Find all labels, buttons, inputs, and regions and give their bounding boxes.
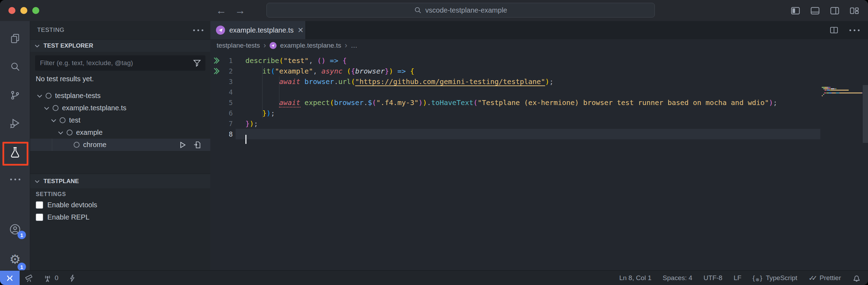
chevron-down-icon bbox=[34, 178, 41, 185]
enable-devtools-checkbox[interactable] bbox=[36, 201, 43, 209]
source-control-icon[interactable] bbox=[0, 85, 30, 106]
chevron-down-icon[interactable] bbox=[35, 92, 44, 100]
ports-count: 0 bbox=[55, 274, 59, 282]
test-tree: testplane-testsexample.testplane.tsteste… bbox=[30, 90, 210, 151]
notifications-bell-icon[interactable] bbox=[852, 274, 861, 283]
settings-group-label: SETTINGS bbox=[36, 191, 66, 197]
code-line-1[interactable]: 1describe("test", () => { bbox=[210, 55, 868, 66]
search-sidebar-icon[interactable] bbox=[0, 56, 30, 77]
remote-indicator[interactable] bbox=[0, 271, 20, 285]
breadcrumb-item-testplane-tests[interactable]: testplane-tests bbox=[217, 42, 260, 49]
split-editor-icon[interactable] bbox=[829, 25, 839, 35]
code-line-4[interactable]: 4 bbox=[210, 87, 868, 97]
command-center-label: vscode-testplane-example bbox=[425, 6, 507, 14]
title-bar: ← → vscode-testplane-example bbox=[0, 0, 868, 21]
run-test-gutter-button[interactable] bbox=[210, 67, 222, 75]
cursor-position-status[interactable]: Ln 8, Col 1 bbox=[619, 274, 651, 282]
breadcrumb-separator-icon: › bbox=[345, 41, 347, 50]
minimize-window-button[interactable] bbox=[20, 7, 27, 14]
testplane-section-header[interactable]: TESTPLANE bbox=[30, 174, 210, 188]
explorer-icon[interactable] bbox=[0, 28, 30, 49]
tab-example-testplane-ts[interactable]: example.testplane.ts × bbox=[210, 21, 306, 39]
accounts-icon[interactable]: 1 bbox=[0, 219, 30, 240]
filter-funnel-icon[interactable] bbox=[193, 59, 201, 67]
enable-devtools-label: Enable devtools bbox=[47, 201, 97, 209]
test-filter-input[interactable] bbox=[35, 59, 193, 67]
code-line-6[interactable]: 6 }); bbox=[210, 108, 868, 118]
go-to-test-action-icon[interactable] bbox=[193, 141, 201, 149]
vertical-scrollbar[interactable] bbox=[863, 85, 868, 143]
toggle-secondary-sidebar-icon[interactable] bbox=[829, 5, 840, 16]
navigate-back-icon[interactable]: ← bbox=[216, 5, 226, 16]
minimap[interactable] bbox=[822, 87, 862, 98]
telescope-icon[interactable] bbox=[25, 274, 33, 283]
remote-icon bbox=[5, 273, 14, 283]
search-icon bbox=[414, 6, 422, 14]
line-number: 5 bbox=[222, 99, 233, 106]
language-mode-status[interactable]: {⊗} TypeScript bbox=[753, 274, 797, 282]
close-tab-icon[interactable]: × bbox=[298, 26, 303, 35]
command-center[interactable]: vscode-testplane-example bbox=[266, 3, 655, 18]
tree-item-label: example bbox=[76, 128, 103, 137]
close-window-button[interactable] bbox=[8, 7, 15, 14]
code-line-2[interactable]: 2 it("example", async ({browser}) => { bbox=[210, 66, 868, 76]
line-number: 1 bbox=[222, 57, 233, 64]
window-controls bbox=[8, 7, 39, 14]
indentation-status[interactable]: Spaces: 4 bbox=[663, 274, 692, 282]
run-and-debug-icon[interactable] bbox=[0, 113, 30, 134]
tree-item-chrome[interactable]: chrome bbox=[30, 139, 210, 151]
zap-icon[interactable] bbox=[68, 274, 76, 282]
code-line-8[interactable]: 8 bbox=[210, 129, 868, 139]
toggle-primary-sidebar-icon[interactable] bbox=[790, 5, 801, 16]
accounts-badge: 1 bbox=[18, 231, 26, 239]
tree-item-example[interactable]: example bbox=[30, 126, 210, 139]
sidebar-title: TESTING bbox=[37, 27, 65, 34]
test-state-circle-icon bbox=[60, 117, 66, 123]
test-explorer-section-header[interactable]: TEST EXPLORER bbox=[30, 39, 210, 52]
tree-indent-guide bbox=[52, 139, 52, 151]
customize-layout-icon[interactable] bbox=[849, 5, 860, 16]
line-number: 6 bbox=[222, 109, 233, 117]
eol-status[interactable]: LF bbox=[734, 274, 741, 282]
tree-item-label: chrome bbox=[83, 141, 107, 149]
code-line-3[interactable]: 3 await browser.url("https://github.com/… bbox=[210, 76, 868, 87]
tree-item-label: test bbox=[69, 116, 80, 124]
chevron-down-icon[interactable] bbox=[42, 104, 51, 112]
maximize-window-button[interactable] bbox=[32, 7, 39, 14]
run-test-action-icon[interactable] bbox=[179, 141, 187, 149]
no-test-results-message: No test results yet. bbox=[36, 75, 94, 83]
editor-more-actions-icon[interactable] bbox=[849, 29, 860, 31]
line-number: 7 bbox=[222, 120, 233, 127]
chevron-down-icon[interactable] bbox=[56, 129, 65, 137]
enable-repl-checkbox[interactable] bbox=[36, 214, 43, 221]
code-editor[interactable]: 1describe("test", () => {2 it("example",… bbox=[210, 52, 868, 270]
testplane-logo-icon bbox=[216, 26, 225, 35]
views-more-actions-icon[interactable] bbox=[193, 29, 203, 31]
testing-sidebar: TESTING TEST EXPLORER No test results ye… bbox=[30, 21, 210, 270]
test-explorer-section-label: TEST EXPLORER bbox=[43, 42, 93, 49]
settings-gear-icon[interactable]: ⚙ 1 bbox=[0, 249, 30, 270]
test-state-circle-icon bbox=[67, 130, 73, 135]
test-state-circle-icon bbox=[53, 105, 59, 111]
code-line-5[interactable]: 5 await expect(browser.$(".f4.my-3")).to… bbox=[210, 97, 868, 108]
tree-item-testplane-tests[interactable]: testplane-tests bbox=[30, 90, 210, 102]
breadcrumb-item--[interactable]: … bbox=[351, 42, 358, 49]
tree-item-example-testplane-ts[interactable]: example.testplane.ts bbox=[30, 102, 210, 114]
encoding-status[interactable]: UTF-8 bbox=[704, 274, 723, 282]
code-text: describe("test", () => { bbox=[233, 56, 347, 65]
chevron-down-icon bbox=[34, 42, 41, 49]
tree-item-test[interactable]: test bbox=[30, 114, 210, 126]
chevron-down-icon[interactable] bbox=[49, 117, 58, 124]
code-line-7[interactable]: 7}); bbox=[210, 118, 868, 129]
testing-icon[interactable] bbox=[0, 142, 30, 163]
breadcrumb-item-example-testplane-ts[interactable]: example.testplane.ts bbox=[280, 42, 341, 49]
additional-views-icon[interactable] bbox=[0, 169, 30, 190]
vscode-window: ← → vscode-testplane-example bbox=[0, 0, 868, 285]
prettier-status[interactable]: ✓✓ Prettier bbox=[808, 274, 841, 282]
run-test-gutter-button[interactable] bbox=[210, 57, 222, 64]
test-state-circle-icon bbox=[74, 142, 80, 148]
ports-status[interactable]: 0 bbox=[43, 274, 59, 283]
toggle-panel-icon[interactable] bbox=[810, 5, 820, 16]
code-text: await browser.url("https://github.com/ge… bbox=[233, 77, 554, 86]
navigate-forward-icon[interactable]: → bbox=[235, 5, 245, 16]
